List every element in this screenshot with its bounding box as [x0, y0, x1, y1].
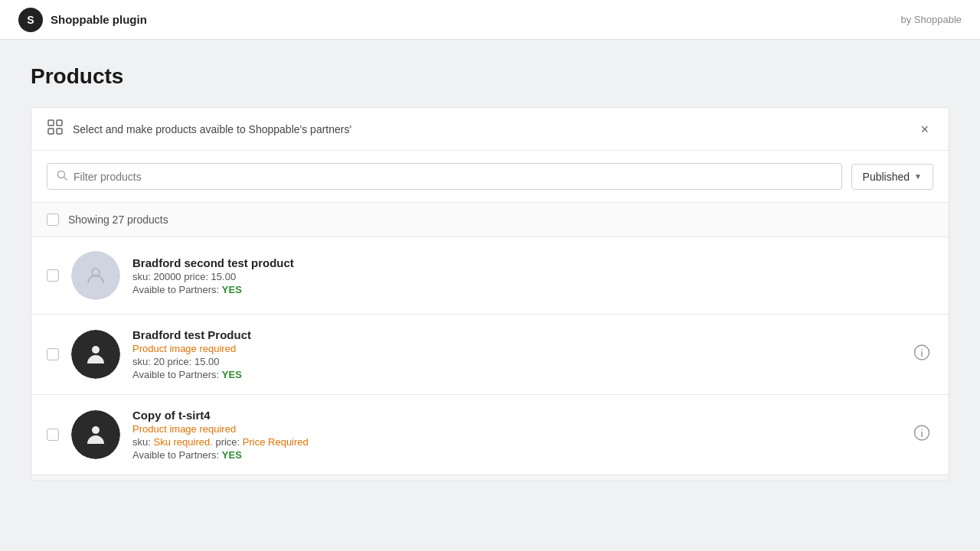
product-partners: Avaible to Partners: YES: [132, 284, 933, 295]
info-icon[interactable]: [913, 344, 930, 365]
info-icon[interactable]: [913, 425, 930, 445]
product-warning: Product image required: [132, 423, 933, 435]
partners-value: YES: [222, 449, 242, 461]
products-card: Select and make products avaible to Shop…: [31, 107, 949, 481]
main-content: Products Select and make products avaibl…: [0, 40, 980, 506]
table-row: Bradford test Product Product image requ…: [31, 315, 949, 395]
svg-rect-2: [48, 129, 54, 134]
product-name: Copy of t-sirt4: [132, 409, 933, 422]
svg-rect-3: [57, 129, 62, 134]
brand-name: Shoppable plugin: [51, 13, 147, 26]
product-image-placeholder: [71, 251, 120, 300]
published-filter-label: Published: [863, 171, 910, 183]
chevron-down-icon: ▼: [914, 172, 922, 181]
product-info: Bradford second test product sku: 20000 …: [132, 256, 933, 295]
brand-logo: S Shoppable plugin: [18, 8, 147, 32]
product-warning: Product image required: [132, 343, 933, 354]
partners-value: YES: [222, 284, 242, 295]
brand-icon: S: [18, 8, 43, 32]
app-header: S Shoppable plugin by Shoppable: [0, 0, 980, 40]
products-list: Bradford second test product sku: 20000 …: [31, 237, 949, 474]
product-meta: sku: 20 price: 15.00: [132, 356, 933, 367]
select-all-checkbox[interactable]: [47, 214, 59, 226]
showing-count: Showing 27 products: [68, 214, 168, 226]
product-checkbox[interactable]: [47, 348, 59, 360]
banner: Select and make products avaible to Shop…: [31, 108, 949, 151]
banner-close-button[interactable]: ×: [916, 121, 933, 138]
product-checkbox[interactable]: [47, 429, 59, 441]
product-checkbox[interactable]: [47, 269, 59, 282]
published-filter-dropdown[interactable]: Published ▼: [851, 164, 933, 190]
svg-point-10: [921, 349, 923, 350]
search-icon: [57, 170, 67, 183]
svg-point-7: [92, 346, 100, 354]
table-row: Bradford second test product sku: 20000 …: [31, 237, 949, 315]
product-thumbnail: [71, 251, 120, 300]
svg-point-14: [921, 429, 923, 431]
banner-text: Select and make products avaible to Shop…: [73, 123, 351, 135]
svg-point-11: [92, 426, 100, 434]
product-info: Copy of t-sirt4 Product image required s…: [132, 409, 933, 461]
product-partners: Avaible to Partners: YES: [132, 369, 933, 380]
banner-left: Select and make products avaible to Shop…: [47, 119, 351, 139]
product-name: Bradford second test product: [132, 256, 933, 269]
product-info: Bradford test Product Product image requ…: [132, 328, 933, 380]
svg-rect-0: [48, 120, 54, 126]
product-name: Bradford test Product: [132, 328, 933, 341]
product-thumbnail: [71, 410, 120, 459]
product-meta: sku: 20000 price: 15.00: [132, 271, 933, 282]
partners-value: YES: [222, 369, 242, 380]
product-thumbnail: [71, 330, 120, 379]
product-image-dark: [71, 410, 120, 459]
product-meta: sku: Sku required. price: Price Required: [132, 436, 933, 448]
search-input[interactable]: [74, 171, 832, 183]
card-footer: [31, 474, 949, 481]
filter-row: Published ▼: [31, 151, 949, 203]
product-image-dark: [71, 330, 120, 379]
showing-row: Showing 27 products: [31, 203, 949, 237]
product-partners: Avaible to Partners: YES: [132, 449, 933, 461]
table-row: Copy of t-sirt4 Product image required s…: [31, 395, 949, 474]
page-title: Products: [31, 64, 949, 89]
svg-line-5: [64, 178, 67, 181]
header-byline: by Shoppable: [900, 14, 962, 25]
svg-rect-1: [57, 120, 62, 126]
banner-icon: [47, 119, 64, 139]
search-box[interactable]: [47, 163, 842, 190]
